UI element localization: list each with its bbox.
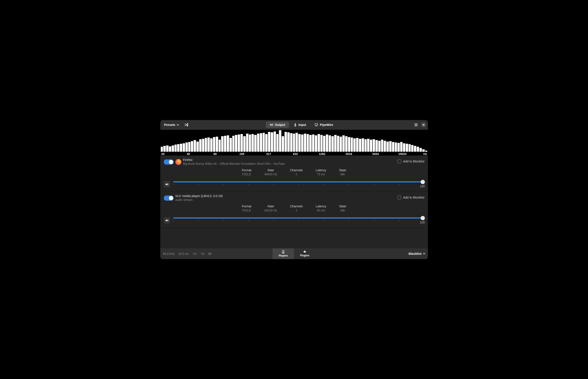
player-card: VLC media player (LibVLC 3.0.16) audio s… bbox=[160, 192, 428, 228]
blocklist-label: Blocklist bbox=[409, 252, 421, 255]
spectrum-bar bbox=[315, 135, 317, 151]
footer-plugins-label: Plugins bbox=[300, 254, 309, 257]
hz-label: Hz bbox=[423, 152, 427, 156]
players-icon bbox=[282, 250, 285, 253]
buffer-latency: 10.0 ms bbox=[178, 252, 189, 255]
freq-label: 159 bbox=[239, 152, 244, 156]
tab-pipewire-label: PipeWire bbox=[320, 123, 333, 126]
spectrum-bar bbox=[196, 142, 199, 152]
spectrum-bar bbox=[296, 133, 298, 152]
spectrum-bar bbox=[260, 133, 262, 152]
spectrum-bar bbox=[414, 146, 416, 152]
spectrum-bar bbox=[249, 135, 251, 152]
firefox-icon bbox=[175, 159, 181, 165]
stat-state-value: idle bbox=[339, 209, 346, 212]
monitor-icon bbox=[315, 123, 318, 126]
tab-input[interactable]: Input bbox=[290, 122, 310, 128]
level-right: -16 bbox=[200, 252, 204, 255]
stat-latency-label: Latency bbox=[316, 205, 326, 208]
plugins-icon bbox=[303, 250, 306, 253]
spectrum-bar bbox=[367, 139, 369, 151]
players-list: Firefox Big Buck Bunny 60fps 4K - Offici… bbox=[160, 156, 428, 228]
add-to-blocklist-checkbox[interactable]: Add to Blocklist bbox=[397, 159, 424, 163]
footer-tab-players[interactable]: Players bbox=[272, 248, 294, 259]
spectrum-bar bbox=[409, 144, 411, 152]
tab-output[interactable]: Output bbox=[266, 122, 289, 128]
stat-state-label: State bbox=[339, 168, 346, 172]
slider-thumb[interactable] bbox=[421, 180, 425, 184]
player-enable-toggle[interactable] bbox=[164, 195, 174, 201]
spectrum-bar bbox=[227, 135, 229, 151]
spectrum-bar bbox=[386, 142, 389, 152]
slider-thumb[interactable] bbox=[421, 216, 425, 220]
spectrum-bar bbox=[252, 134, 254, 152]
spectrum-bar bbox=[422, 149, 425, 151]
spectrum-bar bbox=[403, 143, 405, 152]
chevron-up-icon bbox=[423, 253, 425, 254]
spectrum-bar bbox=[301, 135, 303, 152]
spectrum-bar bbox=[238, 135, 240, 152]
spectrum-bar bbox=[326, 135, 328, 152]
spectrum-bar bbox=[276, 134, 279, 152]
stat-format-label: Format bbox=[242, 168, 251, 172]
spectrum-bar bbox=[397, 143, 400, 152]
tab-output-label: Output bbox=[275, 123, 285, 126]
spectrum-bar bbox=[180, 144, 182, 152]
shuffle-button[interactable] bbox=[182, 122, 191, 128]
freq-label: 317 bbox=[266, 152, 271, 156]
spectrum-bar bbox=[345, 136, 348, 151]
spectrum-bar bbox=[246, 134, 248, 152]
menu-button[interactable] bbox=[413, 121, 420, 128]
header-bar: Presets Output bbox=[160, 120, 428, 130]
tab-input-label: Input bbox=[299, 123, 306, 126]
spectrum-bar bbox=[340, 137, 342, 151]
volume-icon bbox=[165, 183, 169, 186]
spectrum-bar bbox=[323, 136, 325, 151]
footer-tab-plugins[interactable]: Plugins bbox=[294, 248, 316, 259]
spectrum-bar bbox=[373, 139, 375, 151]
spectrum-bar bbox=[293, 134, 295, 152]
tab-pipewire[interactable]: PipeWire bbox=[311, 122, 337, 128]
mute-button[interactable] bbox=[164, 181, 170, 188]
spectrum-bar bbox=[205, 138, 207, 151]
player-enable-toggle[interactable] bbox=[164, 159, 174, 165]
spectrum-bar bbox=[177, 144, 179, 152]
stat-format-value: F32LE bbox=[242, 173, 251, 176]
svg-rect-0 bbox=[295, 123, 296, 125]
spectrum-bar bbox=[240, 134, 243, 152]
presets-label: Presets bbox=[164, 123, 175, 126]
stat-rate-value: 44100 Hz bbox=[264, 209, 277, 212]
spectrum-bar bbox=[285, 132, 287, 152]
close-button[interactable] bbox=[421, 122, 426, 127]
volume-slider[interactable]: 100 bbox=[173, 181, 425, 187]
spectrum-bar bbox=[309, 135, 312, 152]
checkbox-icon bbox=[397, 195, 401, 199]
spectrum-bar bbox=[186, 142, 188, 152]
spectrum-bar bbox=[320, 135, 323, 152]
presets-button[interactable]: Presets bbox=[162, 122, 181, 128]
spectrum-bar bbox=[161, 147, 163, 151]
blocklist-checkbox-label: Add to Blocklist bbox=[403, 196, 424, 199]
blocklist-button[interactable]: Blocklist bbox=[409, 252, 425, 255]
spectrum-bar bbox=[411, 145, 413, 152]
stat-latency-value: 75 ms bbox=[316, 173, 326, 176]
spectrum-bar bbox=[213, 137, 215, 151]
player-subtitle: audio stream bbox=[175, 198, 397, 202]
spectrum-bar bbox=[257, 134, 259, 152]
spectrum-bar bbox=[351, 138, 353, 151]
add-to-blocklist-checkbox[interactable]: Add to Blocklist bbox=[397, 195, 424, 199]
shuffle-icon bbox=[185, 123, 189, 126]
player-name: Firefox bbox=[183, 158, 397, 162]
volume-slider[interactable]: 100 bbox=[173, 217, 425, 223]
mute-button[interactable] bbox=[164, 217, 170, 224]
spectrum-bar bbox=[334, 135, 336, 152]
player-name: VLC media player (LibVLC 3.0.16) bbox=[175, 194, 397, 198]
volume-icon bbox=[165, 219, 169, 222]
close-icon bbox=[423, 124, 425, 126]
spectrum-bar bbox=[175, 145, 177, 152]
checkbox-icon bbox=[397, 159, 401, 163]
blocklist-checkbox-label: Add to Blocklist bbox=[403, 160, 424, 163]
spectrum-bar bbox=[312, 135, 314, 152]
spectrum-bar bbox=[169, 146, 171, 151]
stat-latency-label: Latency bbox=[316, 168, 326, 172]
